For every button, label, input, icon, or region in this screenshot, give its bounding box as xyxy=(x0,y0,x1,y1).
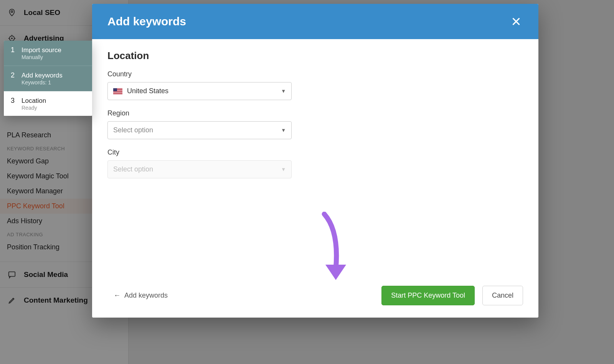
step-number: 1 xyxy=(11,46,15,61)
modal-title: Add keywords xyxy=(107,15,186,28)
cancel-button[interactable]: Cancel xyxy=(482,286,523,305)
country-value: United States xyxy=(127,87,168,95)
step-title: Add keywords xyxy=(21,71,63,79)
chevron-down-icon: ▼ xyxy=(281,166,286,172)
step-title: Import source xyxy=(21,46,61,54)
wizard-steps-panel: 1 Import source Manually 2 Add keywords … xyxy=(4,41,92,116)
back-link-label: Add keywords xyxy=(124,292,168,300)
modal-footer: ← Add keywords Start PPC Keyword Tool Ca… xyxy=(92,279,538,318)
region-label: Region xyxy=(107,109,523,117)
wizard-step-location[interactable]: 3 Location Ready xyxy=(4,91,92,116)
country-label: Country xyxy=(107,70,523,78)
region-placeholder: Select option xyxy=(113,126,153,134)
section-heading: Location xyxy=(107,50,523,62)
wizard-step-import-source[interactable]: 1 Import source Manually xyxy=(4,41,92,66)
arrow-left-icon: ← xyxy=(114,292,120,300)
city-placeholder: Select option xyxy=(113,165,153,173)
step-number: 2 xyxy=(11,71,15,86)
country-select[interactable]: United States ▼ xyxy=(107,82,292,100)
city-select[interactable]: Select option ▼ xyxy=(107,160,292,178)
us-flag-icon xyxy=(113,88,122,94)
step-subtitle: Ready xyxy=(21,105,46,112)
close-button[interactable] xyxy=(509,15,523,28)
modal-header: Add keywords xyxy=(92,4,538,39)
modal-body: Location Country United States ▼ Region … xyxy=(92,39,538,279)
chevron-down-icon: ▼ xyxy=(281,88,286,94)
wizard-step-add-keywords[interactable]: 2 Add keywords Keywords: 1 xyxy=(4,66,92,91)
region-select[interactable]: Select option ▼ xyxy=(107,121,292,139)
step-title: Location xyxy=(21,97,46,105)
start-ppc-keyword-tool-button[interactable]: Start PPC Keyword Tool xyxy=(381,286,475,305)
chevron-down-icon: ▼ xyxy=(281,127,286,133)
step-subtitle: Keywords: 1 xyxy=(21,79,63,86)
add-keywords-modal: Add keywords Location Country United Sta… xyxy=(92,4,538,318)
step-number: 3 xyxy=(11,97,15,112)
step-subtitle: Manually xyxy=(21,54,61,61)
back-link[interactable]: ← Add keywords xyxy=(114,292,168,300)
city-label: City xyxy=(107,148,523,156)
